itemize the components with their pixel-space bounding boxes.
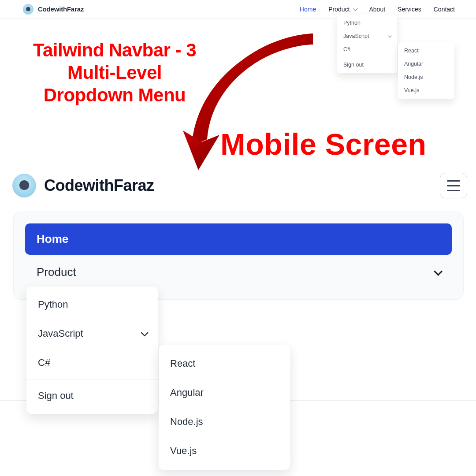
nav-home[interactable]: Home <box>300 6 316 13</box>
submenu-label: Vue.js <box>404 87 419 93</box>
javascript-submenu: React Angular Node.js Vue.js <box>398 42 454 99</box>
nav-product-label: Product <box>328 6 350 13</box>
nav-links: Home Product About Services Contact <box>300 6 455 13</box>
brand-text: CodewithFaraz <box>38 5 84 13</box>
annotation-line: Multi-Level <box>13 61 216 84</box>
submenu-item-nodejs[interactable]: Node.js <box>398 71 454 84</box>
mobile-menu-label: Home <box>37 232 68 245</box>
mobile-submenu-label: Node.js <box>170 416 203 428</box>
annotation-line: Tailwind Navbar - 3 <box>13 39 216 61</box>
chevron-down-icon <box>388 34 391 37</box>
mobile-dd-item-signout[interactable]: Sign out <box>26 381 158 410</box>
mobile-menu-label: Product <box>37 265 76 279</box>
submenu-item-react[interactable]: React <box>398 44 454 57</box>
mobile-dd-label: Sign out <box>38 390 74 402</box>
brand-avatar-icon <box>23 4 33 15</box>
hamburger-button[interactable] <box>440 173 467 198</box>
submenu-label: Node.js <box>404 74 423 80</box>
dropdown-item-python[interactable]: Python <box>337 16 397 30</box>
mobile-submenu-item-angular[interactable]: Angular <box>159 378 290 407</box>
chevron-down-icon <box>434 267 443 275</box>
mobile-dd-item-csharp[interactable]: C# <box>26 348 158 377</box>
nav-contact[interactable]: Contact <box>434 6 455 13</box>
dropdown-item-javascript[interactable]: JavaScript <box>337 30 397 43</box>
hamburger-icon <box>447 180 460 182</box>
dropdown-label: C# <box>343 46 350 52</box>
dropdown-item-signout[interactable]: Sign out <box>337 58 397 71</box>
annotation-line: Dropdown Menu <box>13 84 216 106</box>
dropdown-label: Sign out <box>343 62 364 68</box>
mobile-menu-home[interactable]: Home <box>25 223 452 255</box>
mobile-submenu-label: Angular <box>170 387 204 398</box>
mobile-dd-item-javascript[interactable]: JavaScript <box>26 319 158 348</box>
dropdown-label: JavaScript <box>343 33 369 39</box>
chevron-down-icon <box>353 6 358 11</box>
annotation-mobile: Mobile Screen <box>220 127 427 161</box>
brand[interactable]: CodewithFaraz <box>23 4 84 15</box>
chevron-down-icon <box>141 329 149 336</box>
brand[interactable]: CodewithFaraz <box>12 174 154 197</box>
nav-product[interactable]: Product <box>328 6 357 13</box>
mobile-navbar: CodewithFaraz <box>12 173 467 198</box>
nav-about[interactable]: About <box>369 6 385 13</box>
mobile-submenu-item-vuejs[interactable]: Vue.js <box>159 436 290 465</box>
mobile-product-dropdown: Python JavaScript C# Sign out <box>26 286 158 414</box>
dropdown-label: Python <box>343 20 361 26</box>
mobile-menu-product[interactable]: Product <box>25 255 452 288</box>
dropdown-separator <box>26 379 158 379</box>
submenu-item-vuejs[interactable]: Vue.js <box>398 84 454 97</box>
submenu-item-angular[interactable]: Angular <box>398 57 454 71</box>
brand-text: CodewithFaraz <box>44 176 154 195</box>
mobile-submenu-label: Vue.js <box>170 445 197 457</box>
mobile-submenu-item-react[interactable]: React <box>159 349 290 378</box>
mobile-dd-label: JavaScript <box>38 328 83 339</box>
mobile-dd-label: Python <box>38 299 68 310</box>
hamburger-icon <box>447 185 460 186</box>
annotation-title: Tailwind Navbar - 3 Multi-Level Dropdown… <box>13 39 216 107</box>
submenu-label: Angular <box>404 61 423 67</box>
nav-services[interactable]: Services <box>398 6 421 13</box>
mobile-submenu-item-nodejs[interactable]: Node.js <box>159 407 290 436</box>
submenu-label: React <box>404 48 419 54</box>
mobile-dd-label: C# <box>38 357 50 368</box>
mobile-dd-item-python[interactable]: Python <box>26 290 158 319</box>
product-dropdown: Python JavaScript C# Sign out <box>337 15 397 73</box>
dropdown-item-csharp[interactable]: C# <box>337 43 397 56</box>
brand-avatar-icon <box>12 174 36 197</box>
desktop-navbar: CodewithFaraz Home Product About Service… <box>0 0 476 19</box>
mobile-javascript-submenu: React Angular Node.js Vue.js <box>159 345 290 470</box>
dropdown-separator <box>337 57 397 57</box>
hamburger-icon <box>447 190 460 191</box>
mobile-submenu-label: React <box>170 358 195 369</box>
